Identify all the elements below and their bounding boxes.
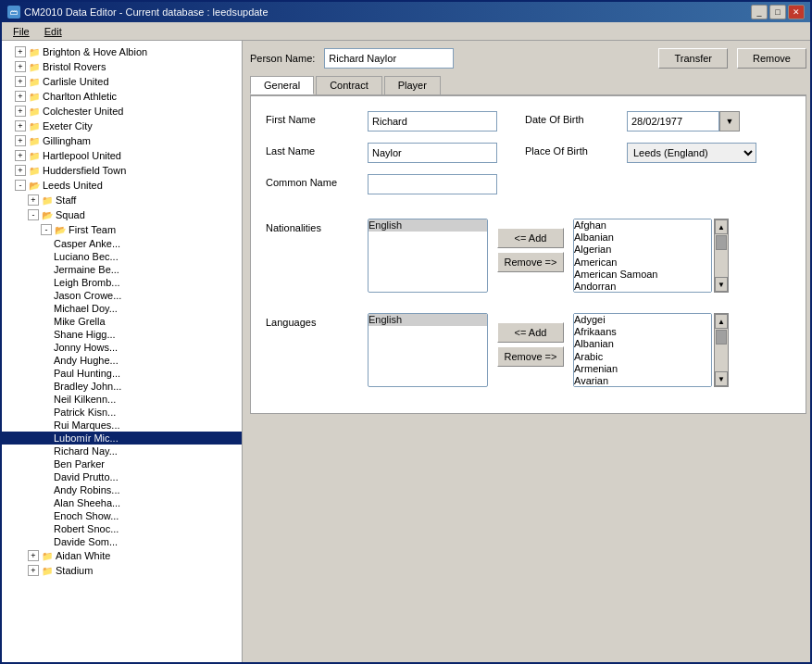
sidebar-item-carlisle[interactable]: + 📁 Carlisle United <box>2 74 242 89</box>
list-item[interactable]: Jonny Hows... <box>2 341 242 354</box>
folder-icon: 📁 <box>28 119 41 132</box>
folder-icon: 📁 <box>28 90 41 103</box>
nat-scrollbar[interactable]: ▲ ▼ <box>714 219 729 293</box>
sidebar-item-label: Exeter City <box>43 120 93 132</box>
sidebar-item-squad[interactable]: - 📂 Squad <box>2 207 242 222</box>
first-name-input[interactable] <box>368 111 497 132</box>
folder-icon: 📁 <box>28 105 41 118</box>
list-item[interactable]: Shane Higg... <box>2 328 242 341</box>
dob-input[interactable] <box>627 111 719 132</box>
tab-player[interactable]: Player <box>384 76 441 94</box>
list-item[interactable]: Enoch Show... <box>2 509 242 522</box>
sidebar-item-colchester[interactable]: + 📁 Colchester United <box>2 104 242 119</box>
sidebar-item-first-team[interactable]: - 📂 First Team <box>2 222 242 237</box>
list-item[interactable]: Casper Anke... <box>2 237 242 250</box>
list-item[interactable]: Robert Snoc... <box>2 522 242 535</box>
folder-icon: 📁 <box>28 134 41 147</box>
window-title: CM2010 Data Editor - Current database : … <box>24 6 269 18</box>
nationalities-label: Nationalities <box>266 219 368 233</box>
lang-scroll-up-arrow[interactable]: ▲ <box>715 314 728 329</box>
calendar-button[interactable]: ▼ <box>719 111 740 132</box>
list-item[interactable]: Michael Doy... <box>2 302 242 315</box>
close-button[interactable]: ✕ <box>788 5 805 19</box>
common-name-label: Common Name <box>266 174 368 188</box>
first-name-row: First Name <box>266 111 497 132</box>
sidebar-item-brighton[interactable]: + 📁 Brighton & Hove Albion <box>2 44 242 59</box>
folder-icon: 📂 <box>54 223 67 236</box>
folder-icon: 📁 <box>41 564 54 577</box>
content-area: Person Name: Transfer Remove General Con… <box>243 41 812 664</box>
first-name-label: First Name <box>266 111 368 125</box>
common-name-input[interactable] <box>368 174 497 194</box>
scroll-up-arrow[interactable]: ▲ <box>715 219 728 234</box>
sidebar-item-exeter[interactable]: + 📁 Exeter City <box>2 119 242 133</box>
menu-file[interactable]: File <box>6 24 37 39</box>
tab-contract[interactable]: Contract <box>316 76 382 94</box>
list-item[interactable]: Bradley John... <box>2 380 242 393</box>
list-item[interactable]: Mike Grella <box>2 315 242 328</box>
common-name-row: Common Name <box>266 174 497 194</box>
folder-icon: 📁 <box>28 164 41 177</box>
menu-edit[interactable]: Edit <box>37 24 69 39</box>
list-item[interactable]: Paul Hunting... <box>2 367 242 380</box>
sidebar-item-label: Stadium <box>56 565 93 576</box>
person-name-input[interactable] <box>324 48 454 69</box>
all-nationalities-list[interactable]: Afghan Albanian Algerian American Americ… <box>573 219 712 293</box>
list-item[interactable]: Jason Crowe... <box>2 289 242 302</box>
list-item[interactable]: Patrick Kisn... <box>2 406 242 419</box>
folder-icon: 📁 <box>28 149 41 162</box>
list-item[interactable]: David Prutto... <box>2 470 242 483</box>
minimize-button[interactable]: _ <box>751 5 768 19</box>
languages-label: Languages <box>266 313 368 328</box>
list-item[interactable]: Alan Sheeha... <box>2 496 242 509</box>
expand-icon: + <box>15 165 26 176</box>
nationalities-selected-list[interactable]: English <box>368 219 488 293</box>
last-name-input[interactable] <box>368 143 497 163</box>
tab-general[interactable]: General <box>250 76 314 94</box>
list-item[interactable]: Richard Nay... <box>2 445 242 457</box>
menu-bar: File Edit <box>2 22 810 41</box>
sidebar-item-huddersfield[interactable]: + 📁 Huddersfield Town <box>2 163 242 178</box>
list-item[interactable]: Leigh Bromb... <box>2 276 242 289</box>
title-bar: 🗃 CM2010 Data Editor - Current database … <box>2 2 810 22</box>
window-controls: _ □ ✕ <box>751 5 805 19</box>
list-item[interactable]: Neil Kilkenn... <box>2 393 242 406</box>
sidebar-item-leeds[interactable]: - 📂 Leeds United <box>2 178 242 193</box>
lang-remove-button[interactable]: Remove => <box>497 346 564 367</box>
sidebar-item-label: Carlisle United <box>43 76 109 87</box>
sidebar-item-reserves[interactable]: + 📁 Stadium <box>2 563 242 578</box>
sidebar-item-richard-naylor[interactable]: Lubomír Mic... <box>2 432 242 445</box>
lang-scrollbar[interactable]: ▲ ▼ <box>714 313 729 387</box>
list-item[interactable]: Andy Hughe... <box>2 354 242 367</box>
list-item[interactable]: Davide Som... <box>2 535 242 548</box>
pob-select[interactable]: Leeds (England) <box>627 143 756 163</box>
lang-scroll-down-arrow[interactable]: ▼ <box>715 371 728 386</box>
sidebar-item-charlton[interactable]: + 📁 Charlton Athletic <box>2 89 242 104</box>
sidebar-item-label: Aidan White <box>56 550 110 561</box>
sidebar-item-label: Colchester United <box>43 106 123 117</box>
nat-add-button[interactable]: <= Add <box>497 228 564 248</box>
sidebar-item-gillingham[interactable]: + 📁 Gillingham <box>2 133 242 148</box>
list-item[interactable]: Jermaine Be... <box>2 263 242 276</box>
list-item[interactable]: Luciano Bec... <box>2 250 242 263</box>
list-item[interactable]: Rui Marques... <box>2 419 242 432</box>
expand-icon: + <box>15 150 26 161</box>
last-name-label: Last Name <box>266 143 368 157</box>
maximize-button[interactable]: □ <box>769 5 786 19</box>
last-name-row: Last Name <box>266 143 497 163</box>
transfer-button[interactable]: Transfer <box>658 48 728 69</box>
expand-icon: + <box>15 76 26 87</box>
all-languages-list[interactable]: Adygei Afrikaans Albanian Arabic Armenia… <box>573 313 712 387</box>
nat-remove-button[interactable]: Remove => <box>497 252 564 272</box>
list-item[interactable]: Ben Parker <box>2 457 242 470</box>
lang-buttons: <= Add Remove => <box>497 313 564 387</box>
sidebar-item-stadium[interactable]: + 📁 Aidan White <box>2 548 242 563</box>
languages-selected-list[interactable]: English <box>368 313 488 387</box>
remove-button[interactable]: Remove <box>737 48 806 69</box>
lang-add-button[interactable]: <= Add <box>497 322 564 343</box>
sidebar-item-staff[interactable]: + 📁 Staff <box>2 193 242 207</box>
list-item[interactable]: Andy Robins... <box>2 483 242 496</box>
sidebar-item-hartlepool[interactable]: + 📁 Hartlepool United <box>2 148 242 163</box>
scroll-down-arrow[interactable]: ▼ <box>715 277 728 292</box>
sidebar-item-bristol[interactable]: + 📁 Bristol Rovers <box>2 59 242 74</box>
